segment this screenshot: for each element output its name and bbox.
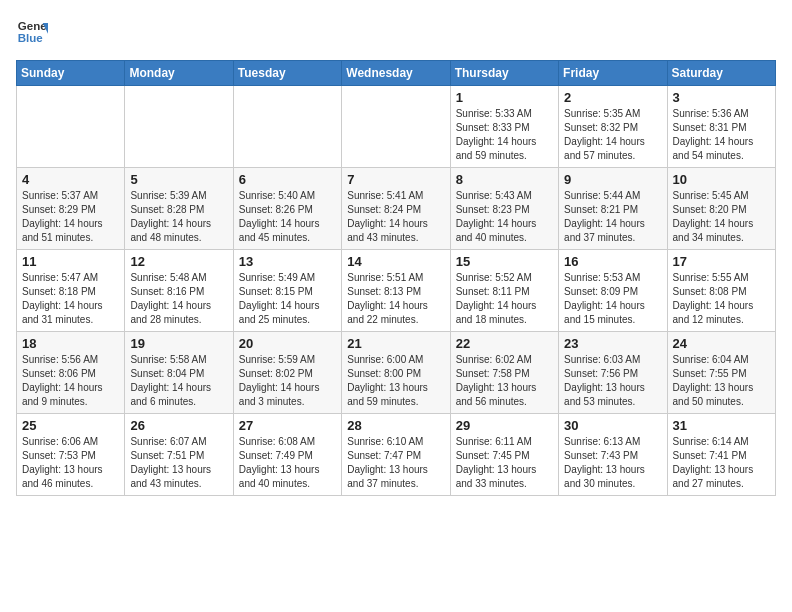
calendar-cell: 8Sunrise: 5:43 AM Sunset: 8:23 PM Daylig… — [450, 168, 558, 250]
day-info: Sunrise: 5:37 AM Sunset: 8:29 PM Dayligh… — [22, 189, 119, 245]
header-sunday: Sunday — [17, 61, 125, 86]
day-info: Sunrise: 5:33 AM Sunset: 8:33 PM Dayligh… — [456, 107, 553, 163]
calendar-cell: 17Sunrise: 5:55 AM Sunset: 8:08 PM Dayli… — [667, 250, 775, 332]
week-row-3: 11Sunrise: 5:47 AM Sunset: 8:18 PM Dayli… — [17, 250, 776, 332]
calendar-cell — [17, 86, 125, 168]
day-info: Sunrise: 5:51 AM Sunset: 8:13 PM Dayligh… — [347, 271, 444, 327]
calendar-cell: 30Sunrise: 6:13 AM Sunset: 7:43 PM Dayli… — [559, 414, 667, 496]
calendar-cell: 7Sunrise: 5:41 AM Sunset: 8:24 PM Daylig… — [342, 168, 450, 250]
calendar-cell: 12Sunrise: 5:48 AM Sunset: 8:16 PM Dayli… — [125, 250, 233, 332]
week-row-2: 4Sunrise: 5:37 AM Sunset: 8:29 PM Daylig… — [17, 168, 776, 250]
day-info: Sunrise: 5:44 AM Sunset: 8:21 PM Dayligh… — [564, 189, 661, 245]
day-info: Sunrise: 6:04 AM Sunset: 7:55 PM Dayligh… — [673, 353, 770, 409]
day-number: 24 — [673, 336, 770, 351]
calendar-cell: 25Sunrise: 6:06 AM Sunset: 7:53 PM Dayli… — [17, 414, 125, 496]
day-number: 14 — [347, 254, 444, 269]
day-info: Sunrise: 5:40 AM Sunset: 8:26 PM Dayligh… — [239, 189, 336, 245]
day-number: 12 — [130, 254, 227, 269]
day-number: 11 — [22, 254, 119, 269]
day-info: Sunrise: 5:43 AM Sunset: 8:23 PM Dayligh… — [456, 189, 553, 245]
calendar-cell: 29Sunrise: 6:11 AM Sunset: 7:45 PM Dayli… — [450, 414, 558, 496]
day-info: Sunrise: 5:41 AM Sunset: 8:24 PM Dayligh… — [347, 189, 444, 245]
day-number: 21 — [347, 336, 444, 351]
day-info: Sunrise: 5:49 AM Sunset: 8:15 PM Dayligh… — [239, 271, 336, 327]
calendar-cell: 14Sunrise: 5:51 AM Sunset: 8:13 PM Dayli… — [342, 250, 450, 332]
day-info: Sunrise: 6:11 AM Sunset: 7:45 PM Dayligh… — [456, 435, 553, 491]
calendar-cell: 31Sunrise: 6:14 AM Sunset: 7:41 PM Dayli… — [667, 414, 775, 496]
day-number: 19 — [130, 336, 227, 351]
calendar-header-row: SundayMondayTuesdayWednesdayThursdayFrid… — [17, 61, 776, 86]
header-tuesday: Tuesday — [233, 61, 341, 86]
calendar-cell: 21Sunrise: 6:00 AM Sunset: 8:00 PM Dayli… — [342, 332, 450, 414]
day-number: 5 — [130, 172, 227, 187]
day-info: Sunrise: 5:53 AM Sunset: 8:09 PM Dayligh… — [564, 271, 661, 327]
calendar-cell — [233, 86, 341, 168]
day-number: 28 — [347, 418, 444, 433]
day-number: 15 — [456, 254, 553, 269]
page-header: General Blue — [16, 16, 776, 48]
calendar-table: SundayMondayTuesdayWednesdayThursdayFrid… — [16, 60, 776, 496]
header-monday: Monday — [125, 61, 233, 86]
calendar-cell: 5Sunrise: 5:39 AM Sunset: 8:28 PM Daylig… — [125, 168, 233, 250]
day-number: 23 — [564, 336, 661, 351]
calendar-cell: 28Sunrise: 6:10 AM Sunset: 7:47 PM Dayli… — [342, 414, 450, 496]
day-number: 30 — [564, 418, 661, 433]
day-number: 6 — [239, 172, 336, 187]
day-number: 9 — [564, 172, 661, 187]
day-info: Sunrise: 6:13 AM Sunset: 7:43 PM Dayligh… — [564, 435, 661, 491]
day-number: 13 — [239, 254, 336, 269]
day-info: Sunrise: 5:45 AM Sunset: 8:20 PM Dayligh… — [673, 189, 770, 245]
day-number: 22 — [456, 336, 553, 351]
day-info: Sunrise: 6:03 AM Sunset: 7:56 PM Dayligh… — [564, 353, 661, 409]
calendar-cell — [125, 86, 233, 168]
week-row-4: 18Sunrise: 5:56 AM Sunset: 8:06 PM Dayli… — [17, 332, 776, 414]
calendar-cell: 23Sunrise: 6:03 AM Sunset: 7:56 PM Dayli… — [559, 332, 667, 414]
calendar-cell: 2Sunrise: 5:35 AM Sunset: 8:32 PM Daylig… — [559, 86, 667, 168]
header-friday: Friday — [559, 61, 667, 86]
logo-icon: General Blue — [16, 16, 48, 48]
day-number: 26 — [130, 418, 227, 433]
day-info: Sunrise: 6:02 AM Sunset: 7:58 PM Dayligh… — [456, 353, 553, 409]
day-info: Sunrise: 6:08 AM Sunset: 7:49 PM Dayligh… — [239, 435, 336, 491]
header-wednesday: Wednesday — [342, 61, 450, 86]
day-info: Sunrise: 5:59 AM Sunset: 8:02 PM Dayligh… — [239, 353, 336, 409]
calendar-cell: 1Sunrise: 5:33 AM Sunset: 8:33 PM Daylig… — [450, 86, 558, 168]
day-info: Sunrise: 5:58 AM Sunset: 8:04 PM Dayligh… — [130, 353, 227, 409]
calendar-cell — [342, 86, 450, 168]
calendar-cell: 3Sunrise: 5:36 AM Sunset: 8:31 PM Daylig… — [667, 86, 775, 168]
day-number: 25 — [22, 418, 119, 433]
day-number: 20 — [239, 336, 336, 351]
header-thursday: Thursday — [450, 61, 558, 86]
day-number: 16 — [564, 254, 661, 269]
calendar-cell: 10Sunrise: 5:45 AM Sunset: 8:20 PM Dayli… — [667, 168, 775, 250]
calendar-cell: 13Sunrise: 5:49 AM Sunset: 8:15 PM Dayli… — [233, 250, 341, 332]
day-number: 27 — [239, 418, 336, 433]
day-number: 18 — [22, 336, 119, 351]
svg-text:Blue: Blue — [18, 32, 44, 44]
day-info: Sunrise: 5:47 AM Sunset: 8:18 PM Dayligh… — [22, 271, 119, 327]
calendar-cell: 11Sunrise: 5:47 AM Sunset: 8:18 PM Dayli… — [17, 250, 125, 332]
day-number: 31 — [673, 418, 770, 433]
day-number: 1 — [456, 90, 553, 105]
day-info: Sunrise: 5:39 AM Sunset: 8:28 PM Dayligh… — [130, 189, 227, 245]
calendar-cell: 15Sunrise: 5:52 AM Sunset: 8:11 PM Dayli… — [450, 250, 558, 332]
day-number: 10 — [673, 172, 770, 187]
day-info: Sunrise: 6:00 AM Sunset: 8:00 PM Dayligh… — [347, 353, 444, 409]
day-info: Sunrise: 5:36 AM Sunset: 8:31 PM Dayligh… — [673, 107, 770, 163]
day-number: 29 — [456, 418, 553, 433]
calendar-cell: 9Sunrise: 5:44 AM Sunset: 8:21 PM Daylig… — [559, 168, 667, 250]
day-info: Sunrise: 5:48 AM Sunset: 8:16 PM Dayligh… — [130, 271, 227, 327]
calendar-cell: 19Sunrise: 5:58 AM Sunset: 8:04 PM Dayli… — [125, 332, 233, 414]
calendar-cell: 20Sunrise: 5:59 AM Sunset: 8:02 PM Dayli… — [233, 332, 341, 414]
day-info: Sunrise: 6:14 AM Sunset: 7:41 PM Dayligh… — [673, 435, 770, 491]
day-info: Sunrise: 5:52 AM Sunset: 8:11 PM Dayligh… — [456, 271, 553, 327]
calendar-cell: 27Sunrise: 6:08 AM Sunset: 7:49 PM Dayli… — [233, 414, 341, 496]
calendar-cell: 16Sunrise: 5:53 AM Sunset: 8:09 PM Dayli… — [559, 250, 667, 332]
week-row-1: 1Sunrise: 5:33 AM Sunset: 8:33 PM Daylig… — [17, 86, 776, 168]
svg-text:General: General — [18, 20, 48, 32]
day-number: 4 — [22, 172, 119, 187]
day-info: Sunrise: 6:07 AM Sunset: 7:51 PM Dayligh… — [130, 435, 227, 491]
calendar-cell: 26Sunrise: 6:07 AM Sunset: 7:51 PM Dayli… — [125, 414, 233, 496]
week-row-5: 25Sunrise: 6:06 AM Sunset: 7:53 PM Dayli… — [17, 414, 776, 496]
calendar-cell: 6Sunrise: 5:40 AM Sunset: 8:26 PM Daylig… — [233, 168, 341, 250]
